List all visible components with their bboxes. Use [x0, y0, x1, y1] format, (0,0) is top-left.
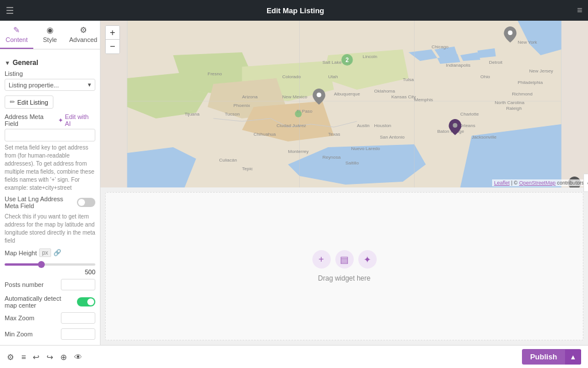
drag-widget-area: + ▤ ✦ Drag widget here [105, 192, 583, 340]
general-section-header[interactable]: ▼ General [5, 59, 95, 67]
min-zoom-row: Min Zoom [5, 328, 95, 340]
listing-select[interactable]: Listing propertie... ▾ [5, 79, 95, 91]
svg-text:Ciudad Juárez: Ciudad Juárez [277, 123, 307, 128]
slider-container [5, 259, 95, 267]
sidebar-content: ▼ General Listing Listing propertie... ▾… [0, 49, 100, 345]
style-tab-icon: ◉ [47, 25, 53, 34]
svg-text:Chicago: Chicago [432, 44, 449, 49]
svg-text:Phoenix: Phoenix [234, 103, 250, 108]
bottom-icon-settings[interactable]: ⚙ [7, 352, 14, 362]
posts-number-input[interactable]: 20 [61, 279, 95, 290]
tab-style[interactable]: ◉ Style [33, 21, 67, 49]
osm-link[interactable]: OpenStreetMap [519, 180, 556, 186]
tabs: ✎ Content ◉ Style ⚙ Advanced [0, 21, 100, 49]
publish-arrow-icon[interactable]: ▲ [565, 350, 581, 365]
address-input[interactable]: address [5, 129, 95, 141]
svg-point-50 [453, 123, 458, 128]
sparkle-icon: ✦ [363, 254, 371, 265]
auto-detect-knob [87, 298, 94, 305]
svg-text:Texas: Texas [328, 132, 341, 137]
svg-text:Fresno: Fresno [208, 71, 222, 76]
svg-text:Detroit: Detroit [489, 60, 503, 65]
bottom-icon-redo[interactable]: ↪ [47, 352, 53, 362]
min-zoom-label: Min Zoom [5, 331, 61, 338]
svg-text:Kansas City: Kansas City [392, 94, 416, 99]
map-attribution: Leaflet | © OpenStreetMap contributors [492, 179, 586, 186]
advanced-tab-icon: ⚙ [80, 25, 87, 34]
drag-text: Drag widget here [318, 274, 370, 282]
use-lat-lng-label: Use Lat Lng Address Meta Field [5, 195, 77, 209]
menu-icon[interactable]: ☰ [6, 5, 14, 16]
bottom-icon-layers[interactable]: ≡ [21, 352, 26, 362]
edit-ai-link[interactable]: ✦ Edit with AI [58, 113, 95, 127]
svg-text:Colorado: Colorado [283, 74, 301, 79]
svg-text:Austin: Austin [357, 123, 370, 128]
map-height-row: Map Height px 🔗 [5, 248, 95, 257]
max-zoom-label: Max Zoom [5, 315, 61, 321]
svg-text:Utah: Utah [328, 74, 338, 79]
listing-field: Listing Listing propertie... ▾ [5, 70, 95, 91]
map-svg: Detroit New York Ohio Philadelphia New J… [100, 21, 588, 187]
svg-text:North Carolina: North Carolina [495, 100, 525, 105]
auto-detect-label: Automatically detect map center [5, 295, 77, 309]
content-tab-icon: ✎ [13, 25, 20, 34]
map-controls: + − [105, 25, 120, 54]
edit-listing-button[interactable]: ✏ Edit Listing [5, 95, 53, 109]
zoom-in-button[interactable]: + [106, 26, 119, 40]
svg-text:Monterrey: Monterrey [288, 149, 309, 154]
zoom-out-button[interactable]: − [106, 40, 119, 53]
bottom-icon-preview[interactable]: 👁 [74, 352, 82, 362]
map-height-label-text: Map Height [5, 250, 37, 256]
drag-sparkle-button[interactable]: ✦ [358, 250, 377, 269]
address-help-text: Set meta field key to get address from (… [5, 144, 95, 192]
drag-icons: + ▤ ✦ [312, 250, 377, 269]
topbar-title: Edit Map Listing [266, 6, 324, 15]
svg-text:Tulsa: Tulsa [403, 77, 415, 82]
tab-content[interactable]: ✎ Content [0, 21, 33, 49]
collapse-handle[interactable]: ‹ [583, 174, 588, 192]
svg-text:Oklahoma: Oklahoma [374, 89, 396, 94]
svg-text:Philadelphia: Philadelphia [518, 80, 543, 85]
tab-style-label: Style [43, 36, 57, 43]
leaflet-link[interactable]: Leaflet [494, 180, 509, 186]
use-lat-lng-help: Check this if you want to get item addre… [5, 213, 95, 245]
general-arrow-icon: ▼ [5, 60, 10, 66]
use-lat-lng-toggle[interactable] [77, 198, 95, 207]
listing-select-value: Listing propertie... [9, 82, 59, 89]
tab-content-label: Content [6, 36, 28, 43]
height-value: 500 [5, 269, 95, 275]
listing-select-arrow: ▾ [88, 81, 91, 89]
grid-icon[interactable]: ≡ [577, 5, 582, 16]
max-zoom-row: Max Zoom [5, 312, 95, 324]
tab-advanced[interactable]: ⚙ Advanced [67, 21, 100, 49]
svg-text:Charlotte: Charlotte [461, 112, 479, 117]
edit-ai-label: Edit with AI [65, 113, 95, 127]
main-layout: ✎ Content ◉ Style ⚙ Advanced ▼ General L… [0, 21, 588, 345]
drag-plus-button[interactable]: + [312, 250, 331, 269]
bottom-bar: ⚙ ≡ ↩ ↪ ⊕ 👁 Publish ▲ [0, 345, 588, 368]
svg-text:Tijuana: Tijuana [185, 112, 200, 117]
drag-folder-button[interactable]: ▤ [335, 250, 354, 269]
use-lat-lng-row: Use Lat Lng Address Meta Field [5, 195, 95, 209]
bottom-icons: ⚙ ≡ ↩ ↪ ⊕ 👁 [7, 352, 82, 362]
px-badge: px [39, 248, 51, 257]
listing-label: Listing [5, 70, 95, 77]
publish-button[interactable]: Publish ▲ [522, 349, 581, 365]
svg-text:2: 2 [346, 57, 349, 63]
svg-text:Memphis: Memphis [415, 97, 433, 102]
height-slider[interactable] [5, 263, 95, 266]
svg-text:New Jersey: New Jersey [529, 68, 554, 74]
bottom-icon-undo[interactable]: ↩ [33, 352, 40, 362]
auto-detect-row: Automatically detect map center [5, 295, 95, 309]
address-meta-field-row: Address Meta Field ✦ Edit with AI [5, 113, 95, 127]
auto-detect-toggle[interactable] [77, 297, 95, 306]
bottom-icon-add[interactable]: ⊕ [60, 352, 67, 362]
svg-text:New Mexico: New Mexico [283, 94, 308, 99]
svg-text:Ohio: Ohio [481, 74, 490, 79]
max-zoom-input[interactable] [61, 312, 95, 324]
posts-number-row: Posts number 20 [5, 279, 95, 290]
min-zoom-input[interactable] [61, 328, 95, 340]
edit-listing-label: Edit Listing [17, 99, 48, 106]
ai-icon: ✦ [58, 117, 63, 124]
folder-icon: ▤ [340, 254, 349, 265]
